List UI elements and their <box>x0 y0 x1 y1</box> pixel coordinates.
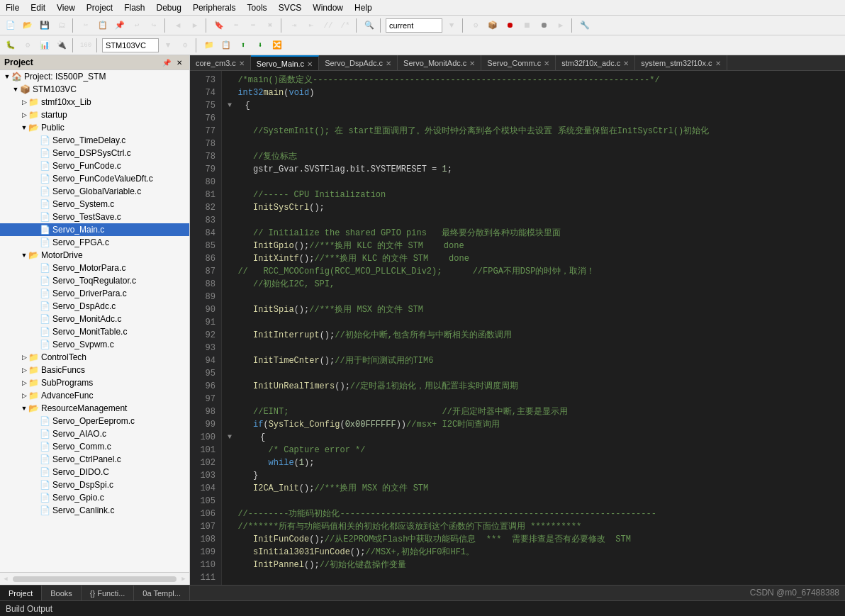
bottom-tab-templ[interactable]: 0a Templ... <box>134 586 190 601</box>
tree-item-testsave[interactable]: 📄 Servo_TestSave.c <box>0 211 189 223</box>
tree-item-motorpara[interactable]: 📄 Servo_MotorPara.c <box>0 262 189 274</box>
code-line-84[interactable]: // Initialize the shared GPIO pins 最终要分散… <box>222 227 845 240</box>
tree-item-ctrlpanel[interactable]: 📄 Servo_CtrlPanel.c <box>0 453 189 466</box>
tab-servo-monitadc-close[interactable]: ✕ <box>469 60 475 67</box>
tab-core-cm3-close[interactable]: ✕ <box>239 60 245 67</box>
tree-item-advancefunc[interactable]: ▷ 📁 AdvanceFunc <box>0 389 189 402</box>
unindent-btn[interactable]: ⇤ <box>303 18 319 33</box>
cut-btn[interactable]: ✂ <box>78 18 94 33</box>
code-line-94[interactable]: InitTimeCnter(); //用于时间测试用的TIM6 <box>222 354 845 367</box>
code-line-103[interactable]: } <box>222 469 845 482</box>
run-btn[interactable]: ▶ <box>553 18 569 33</box>
menu-edit[interactable]: Edit <box>25 1 51 14</box>
tree-item-comm[interactable]: 📄 Servo_Comm.c <box>0 440 189 453</box>
tree-item-dspadc[interactable]: 📄 Servo_DspAdc.c <box>0 300 189 313</box>
tab-servo-comm-close[interactable]: ✕ <box>544 60 549 67</box>
svcs-btn5[interactable]: 🔀 <box>269 38 285 53</box>
tree-item-monittable[interactable]: 📄 Servo_MonitTable.c <box>0 325 189 338</box>
target-options-btn[interactable]: ⚙ <box>468 18 483 33</box>
tab-servo-dspadc-close[interactable]: ✕ <box>386 60 391 67</box>
tree-item-resourcemgmt[interactable]: ▼ 📂 ResourceManagement <box>0 402 189 415</box>
fold-75[interactable]: ▼ <box>228 99 232 112</box>
code-line-102[interactable]: while (1); <box>222 457 845 469</box>
tree-item-funcode[interactable]: 📄 Servo_FunCode.c <box>0 159 189 172</box>
open-btn[interactable]: 📂 <box>20 18 35 33</box>
menu-project[interactable]: Project <box>81 1 118 14</box>
save-all-btn[interactable]: 🗂 <box>54 18 69 33</box>
bottom-tab-project[interactable]: Project <box>0 586 42 601</box>
nav-back-btn[interactable]: ◀ <box>170 18 186 33</box>
code-line-78[interactable]: //复位标志 <box>222 150 845 163</box>
tree-item-dspspi[interactable]: 📄 Servo_DspSpi.c <box>0 478 189 491</box>
svcs-btn3[interactable]: ⬆ <box>235 38 251 53</box>
bottom-tab-books[interactable]: Books <box>42 586 82 601</box>
menu-svcs[interactable]: SVCS <box>273 1 308 14</box>
svcs-btn4[interactable]: ⬇ <box>252 38 268 53</box>
tree-device[interactable]: ▼ 📦 STM103VC <box>0 83 189 96</box>
code-line-86[interactable]: InitXintf(); //***换用 KLC 的文件 STM done <box>222 252 845 265</box>
code-line-109[interactable]: sInitial3031FunCode(); //MSX+,初始化HF0和HF1… <box>222 546 845 559</box>
menu-file[interactable]: File <box>0 1 25 14</box>
code-line-78[interactable] <box>222 138 845 150</box>
menu-flash[interactable]: Flash <box>118 1 150 14</box>
manage-btn[interactable]: 📦 <box>485 18 500 33</box>
paste-btn[interactable]: 📌 <box>112 18 128 33</box>
svcs-btn2[interactable]: 📋 <box>218 38 234 53</box>
tree-item-subprograms[interactable]: ▷ 📁 SubPrograms <box>0 376 189 389</box>
code-line-76[interactable] <box>222 112 845 125</box>
menu-peripherals[interactable]: Peripherals <box>187 1 242 14</box>
code-line-104[interactable]: I2CA_Init(); //***换用 MSX 的文件 STM <box>222 482 845 495</box>
sidebar-scrollbar[interactable] <box>13 576 177 582</box>
tree-item-main[interactable]: 📄 Servo_Main.c <box>0 223 189 236</box>
code-content[interactable]: /*main()函数定义----------------------------… <box>222 71 845 585</box>
fold-100[interactable]: ▼ <box>228 431 232 444</box>
menu-view[interactable]: View <box>51 1 81 14</box>
code-line-90[interactable]: InitSpia(); //***换用 MSX 的文件 STM <box>222 303 845 316</box>
code-line-111[interactable] <box>222 571 845 584</box>
tree-item-basicfuncs[interactable]: ▷ 📁 BasicFuncs <box>0 364 189 376</box>
bookmark-prev-btn[interactable]: ⬅ <box>228 18 244 33</box>
config-selector[interactable] <box>386 18 442 33</box>
code-line-85[interactable]: InitGpio(); //***换用 KLC 的文件 STM done <box>222 240 845 252</box>
svcs-btn1[interactable]: 📁 <box>201 38 217 53</box>
tab-servo-dspadc[interactable]: Servo_DspAdc.c ✕ <box>319 55 398 71</box>
tree-item-motordrive[interactable]: ▼ 📂 MotorDrive <box>0 249 189 262</box>
save-btn[interactable]: 💾 <box>37 18 52 33</box>
code-line-99[interactable]: if(SysTick_Config(0x00FFFFFF))//msx+ I2C… <box>222 418 845 431</box>
tab-servo-monitadc[interactable]: Servo_MonitAdc.c ✕ <box>398 55 481 71</box>
code-line-93[interactable] <box>222 342 845 354</box>
code-line-74[interactable]: int32 main(void) <box>222 86 845 99</box>
code-line-108[interactable]: InitFunCode(); //从E2PROM或Flash中获取功能码信息 *… <box>222 533 845 546</box>
debug-btn4[interactable]: 🔌 <box>54 38 69 53</box>
tree-item-fpga[interactable]: 📄 Servo_FPGA.c <box>0 236 189 249</box>
bookmark-btn[interactable]: 🔖 <box>211 18 227 33</box>
code-line-105[interactable] <box>222 495 845 508</box>
find-btn[interactable]: 🔍 <box>362 18 377 33</box>
code-line-97[interactable] <box>222 393 845 405</box>
code-line-88[interactable]: //初始化I2C, SPI, <box>222 278 845 291</box>
debug-btn3[interactable]: 📊 <box>37 38 52 53</box>
bottom-tab-functi[interactable]: {} Functi... <box>82 586 135 601</box>
bookmark-next-btn[interactable]: ➡ <box>245 18 261 33</box>
code-line-91[interactable] <box>222 316 845 329</box>
device-config-btn[interactable]: ⚙ <box>177 38 193 53</box>
config-dropdown[interactable]: ▼ <box>444 18 459 33</box>
tab-servo-main-close[interactable]: ✕ <box>307 60 313 68</box>
code-line-100[interactable]: ▼ { <box>222 431 845 444</box>
tree-item-system[interactable]: 📄 Servo_System.c <box>0 198 189 211</box>
tree-item-gpio[interactable]: 📄 Servo_Gpio.c <box>0 491 189 504</box>
tab-system-stm32f10x-close[interactable]: ✕ <box>715 60 721 67</box>
menu-debug[interactable]: Debug <box>151 1 187 14</box>
menu-help[interactable]: Help <box>349 1 378 14</box>
tree-item-startup[interactable]: ▷ 📁 startup <box>0 108 189 121</box>
tree-item-canlink[interactable]: 📄 Servo_Canlink.c <box>0 504 189 517</box>
settings-btn[interactable]: 🔧 <box>577 18 593 33</box>
sidebar-scroll-right[interactable]: ▶ <box>179 575 188 583</box>
tree-item-aiao[interactable]: 📄 Servo_AIAO.c <box>0 427 189 440</box>
indent-btn[interactable]: ⇥ <box>286 18 302 33</box>
undo-btn[interactable]: ↩ <box>129 18 145 33</box>
tree-item-controltech[interactable]: ▷ 📁 ControlTech <box>0 351 189 364</box>
code-line-75[interactable]: ▼ { <box>222 99 845 112</box>
copy-btn[interactable]: 📋 <box>95 18 111 33</box>
code-line-110[interactable]: InitPannel(); //初始化键盘操作变量 <box>222 559 845 571</box>
